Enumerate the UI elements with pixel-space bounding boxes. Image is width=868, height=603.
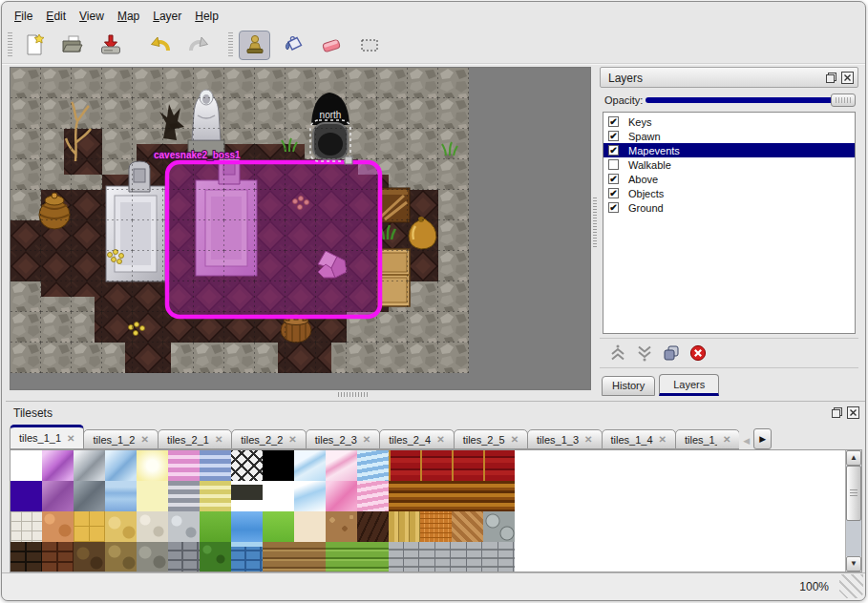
tileset-tile-planks-gray[interactable] — [389, 542, 420, 572]
tileset-tile-lattice[interactable] — [231, 450, 263, 481]
tileset-tile-stripes-brown[interactable] — [483, 481, 515, 511]
tileset-tile-dirt-rows[interactable] — [263, 542, 294, 572]
scroll-up-icon[interactable]: ▲ — [846, 450, 861, 466]
layer-row-mapevents[interactable]: ✔Mapevents — [603, 143, 855, 157]
tileset-tile-grass-rows[interactable] — [326, 542, 357, 572]
close-tab-icon[interactable]: ✕ — [584, 434, 592, 445]
tileset-tile-curtain-red[interactable] — [420, 450, 452, 481]
tileset-tile-dirt-spots[interactable] — [326, 511, 357, 542]
tileset-tile-herringbone[interactable] — [452, 511, 483, 542]
menu-map[interactable]: Map — [111, 8, 146, 25]
tileset-tile-water-anim[interactable] — [105, 481, 137, 511]
close-tab-icon[interactable]: ✕ — [363, 434, 370, 445]
horizontal-splitter-grip[interactable] — [338, 392, 369, 397]
tileset-tile-weave-orange[interactable] — [420, 511, 452, 542]
scroll-down-icon[interactable]: ▼ — [846, 556, 861, 572]
layer-visibility-checkbox[interactable]: ✔ — [608, 202, 619, 213]
toolbar-grip[interactable] — [8, 32, 12, 57]
tileset-tile-pale-yellow[interactable] — [137, 481, 168, 511]
scroll-tabs-left-icon[interactable]: ◀ — [741, 432, 752, 449]
tileset-tab-tiles_2_1[interactable]: tiles_2_1✕ — [158, 429, 232, 449]
layer-visibility-checkbox[interactable]: ✔ — [608, 116, 619, 127]
tileset-tab-tiles_1_[interactable]: tiles_1_✕ — [675, 429, 739, 449]
tileset-tile-white[interactable] — [263, 481, 294, 511]
close-tab-icon[interactable]: ✕ — [659, 434, 667, 445]
vertical-splitter-grip[interactable] — [593, 198, 597, 247]
tileset-tile-planks-yellow[interactable] — [389, 511, 420, 542]
tileset-tile-curtain-red[interactable] — [483, 450, 515, 481]
tileset-tile-pebble-gray[interactable] — [168, 511, 200, 542]
map-viewport[interactable]: north cavesnake2_boss1 — [10, 67, 591, 390]
toolbar-grip[interactable] — [228, 32, 233, 57]
tileset-tile-planks-gray[interactable] — [483, 542, 515, 572]
fill-tool-button[interactable] — [277, 31, 308, 60]
tileset-tile-brick-brown[interactable] — [42, 542, 74, 572]
window-resize-grip[interactable] — [839, 574, 863, 598]
tileset-tile-pebble-light[interactable] — [137, 511, 168, 542]
float-panel-icon[interactable] — [825, 72, 837, 84]
layer-visibility-checkbox[interactable]: ✔ — [608, 145, 619, 156]
tileset-tile-stripes-brown[interactable] — [452, 481, 483, 511]
layers-panel-titlebar[interactable]: Layers — [600, 67, 858, 88]
tileset-scrollbar[interactable]: ▲ ▼ — [845, 450, 861, 572]
tileset-tile-brick-dark[interactable] — [11, 542, 42, 572]
tileset-tile-stripes-pink[interactable] — [168, 450, 200, 481]
map-canvas[interactable]: north cavesnake2_boss1 — [11, 68, 469, 373]
menu-view[interactable]: View — [73, 8, 111, 25]
close-tab-icon[interactable]: ✕ — [511, 434, 519, 445]
tileset-tile-waves-pink[interactable] — [357, 481, 389, 511]
move-layer-down-button[interactable] — [636, 344, 653, 362]
tileset-tile-stone-brown[interactable] — [74, 542, 105, 572]
tileset-tile-crystal-purple-dark[interactable] — [42, 481, 74, 511]
close-tab-icon[interactable]: ✕ — [67, 433, 74, 444]
tileset-tile-grass-rows[interactable] — [357, 542, 389, 572]
tileset-tile-stone-gray[interactable] — [137, 542, 168, 572]
tileset-tile-stone-tan[interactable] — [105, 542, 137, 572]
close-panel-icon[interactable] — [847, 406, 859, 419]
tileset-tab-tiles_1_4[interactable]: tiles_1_4✕ — [602, 429, 676, 449]
close-tab-icon[interactable]: ✕ — [140, 434, 148, 445]
tileset-tile-glow-yellow[interactable] — [137, 450, 168, 481]
tileset-tile-plaque[interactable] — [231, 481, 263, 511]
save-button[interactable] — [95, 31, 126, 60]
tileset-tile-white[interactable] — [11, 450, 42, 481]
tileset-tile-sand[interactable] — [294, 511, 326, 542]
open-button[interactable] — [56, 31, 88, 60]
tileset-tab-tiles_1_1[interactable]: tiles_1_1✕ — [10, 425, 84, 449]
selection-resize-handle[interactable] — [345, 156, 352, 164]
layer-row-walkable[interactable]: Walkable — [603, 157, 855, 172]
close-tab-icon[interactable]: ✕ — [288, 434, 296, 445]
tileset-tile-shingle-dark[interactable] — [357, 511, 389, 542]
tileset-tile-tile-yellow[interactable] — [74, 511, 105, 542]
new-file-button[interactable] — [18, 31, 50, 60]
tileset-tile-indigo[interactable] — [11, 481, 42, 511]
tileset-tile-crystal-gray-dark[interactable] — [74, 481, 105, 511]
tileset-tile-brick-gray[interactable] — [168, 542, 200, 572]
menu-layer[interactable]: Layer — [146, 8, 188, 25]
tileset-tab-tiles_1_3[interactable]: tiles_1_3✕ — [527, 429, 602, 449]
tileset-tile-black[interactable] — [263, 450, 294, 481]
menu-edit[interactable]: Edit — [39, 8, 73, 25]
opacity-slider-handle[interactable] — [831, 94, 856, 107]
tileset-tab-tiles_2_2[interactable]: tiles_2_2✕ — [231, 429, 306, 449]
dock-tab-history[interactable]: History — [602, 376, 655, 396]
undo-button[interactable] — [144, 31, 176, 60]
layer-row-objects[interactable]: ✔Objects — [603, 186, 855, 200]
tileset-tile-crystal-gray[interactable] — [74, 450, 105, 481]
rect-select-tool-button[interactable] — [353, 31, 385, 60]
stamp-tool-button[interactable] — [239, 31, 270, 60]
tileset-tile-grass-bright[interactable] — [263, 511, 294, 542]
close-panel-icon[interactable] — [841, 72, 854, 84]
delete-layer-button[interactable] — [689, 344, 707, 362]
tileset-tile-curtain-red[interactable] — [452, 450, 483, 481]
close-tab-icon[interactable]: ✕ — [436, 434, 444, 445]
layer-visibility-checkbox[interactable]: ✔ — [608, 188, 619, 198]
layer-visibility-checkbox[interactable]: ✔ — [608, 174, 619, 184]
tileset-tile-hedge[interactable] — [200, 542, 231, 572]
move-layer-up-button[interactable] — [609, 344, 626, 362]
tileset-tile-planks-gray[interactable] — [452, 542, 483, 572]
tileset-tile-waves-blue[interactable] — [357, 450, 389, 481]
layer-visibility-checkbox[interactable]: ✔ — [608, 131, 619, 141]
layer-visibility-checkbox[interactable] — [608, 159, 619, 170]
tileset-tile-cobble-orange[interactable] — [42, 511, 74, 542]
